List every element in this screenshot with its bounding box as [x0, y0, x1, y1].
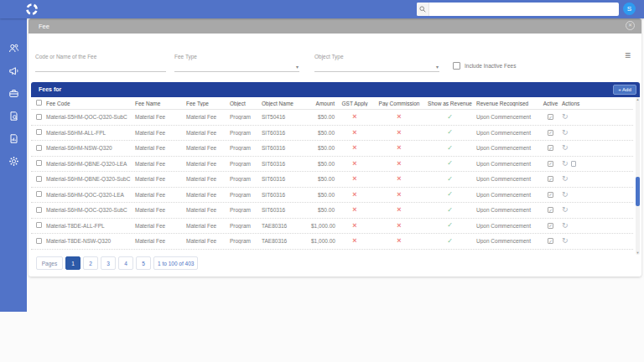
sidebar-item-marketing[interactable]	[0, 59, 27, 82]
courses-icon	[8, 88, 19, 99]
row-select-checkbox[interactable]	[36, 176, 42, 182]
history-icon[interactable]: ↻	[562, 206, 569, 214]
cell-amount: $50.00	[309, 145, 336, 151]
table-row[interactable]: Material-S6HM-QBNE-Q320-SubCMaterial Fee…	[31, 172, 633, 188]
cross-icon: ×	[397, 113, 401, 121]
include-inactive-checkbox[interactable]	[453, 62, 460, 70]
object-type-input[interactable]	[314, 66, 439, 76]
app-screen: S	[0, 0, 644, 362]
cell-fee-code: Material-S6HM-QOC-Q320-LEA	[44, 192, 133, 198]
history-icon[interactable]: ↻	[562, 129, 569, 137]
check-icon: ✓	[447, 160, 453, 167]
row-select-checkbox[interactable]	[36, 145, 42, 151]
column-header-object-name: Object Name	[260, 101, 309, 106]
cell-fee-type: Material Fee	[184, 161, 228, 167]
cross-icon: ×	[397, 206, 401, 214]
history-icon[interactable]: ↻	[562, 144, 569, 152]
table-row[interactable]: Material-T8DE-ALL-FPLMaterial FeeMateria…	[31, 219, 633, 235]
object-type-filter-label: Object Type	[314, 54, 344, 59]
cell-fee-name: Material Fee	[133, 161, 184, 167]
active-checkbox[interactable]: ✓	[548, 207, 553, 213]
cross-icon: ×	[352, 144, 356, 152]
cross-icon: ×	[397, 160, 401, 168]
cell-amount: $50.00	[309, 207, 336, 213]
column-header-gst-apply: GST Apply	[336, 101, 373, 106]
cross-icon: ×	[352, 175, 356, 183]
check-icon: ✓	[447, 238, 453, 245]
sidebar-item-people[interactable]	[0, 37, 27, 59]
scroll-up-icon[interactable]: ▲	[636, 97, 640, 101]
user-avatar[interactable]: S	[623, 3, 636, 15]
active-checkbox[interactable]: ✓	[548, 238, 553, 244]
row-select-checkbox[interactable]	[36, 129, 42, 135]
active-checkbox[interactable]: ✓	[548, 223, 553, 229]
row-select-checkbox[interactable]	[36, 238, 42, 244]
cell-fee-code: Material-S6HM-ALL-FPL	[44, 130, 133, 136]
archive-icon[interactable]	[571, 161, 576, 167]
page-button-4[interactable]: 4	[118, 256, 133, 270]
cell-revenue-recognised: Upon Commencement	[475, 238, 541, 244]
page-button-2[interactable]: 2	[83, 256, 98, 270]
table-row[interactable]: Material-S6HM-NSW-Q320Material FeeMateri…	[31, 141, 633, 157]
search-input[interactable]	[429, 3, 619, 16]
active-checkbox[interactable]: ✓	[548, 114, 553, 120]
table-row[interactable]: Material-S6HM-QOC-Q320-SubCMaterial FeeM…	[31, 203, 633, 219]
pagination-pages: 12345	[65, 256, 151, 270]
history-icon[interactable]: ↻	[562, 113, 569, 121]
history-icon[interactable]: ↻	[562, 175, 569, 183]
active-checkbox[interactable]: ✓	[548, 161, 553, 167]
table-scrollbar[interactable]: ▲ ▼	[636, 97, 640, 255]
sidebar-item-settings[interactable]	[0, 150, 27, 173]
row-select-checkbox[interactable]	[36, 222, 42, 228]
object-type-select[interactable]: ▾	[314, 61, 439, 72]
sidebar-item-reports[interactable]	[0, 105, 27, 127]
active-checkbox[interactable]: ✓	[548, 176, 553, 182]
code-filter-label: Code or Name of the Fee	[35, 54, 96, 59]
page-button-3[interactable]: 3	[101, 256, 116, 270]
row-select-checkbox[interactable]	[36, 191, 42, 197]
row-select-checkbox[interactable]	[36, 207, 42, 213]
check-icon: ✓	[447, 222, 453, 229]
table-row[interactable]: Material-S6HM-QOC-Q320-LEAMaterial FeeMa…	[31, 188, 633, 204]
cell-object-name: SIT60316	[260, 145, 309, 151]
row-select-checkbox[interactable]	[36, 114, 42, 120]
scroll-down-icon[interactable]: ▼	[636, 251, 640, 255]
active-checkbox[interactable]: ✓	[548, 145, 553, 151]
column-header-fee-code: Fee Code	[44, 101, 133, 106]
fee-type-select[interactable]: ▾	[174, 61, 299, 72]
cell-object: Program	[228, 161, 260, 167]
window-titlebar: Fee ✕	[29, 18, 641, 34]
sidebar-item-finance[interactable]	[0, 127, 27, 150]
chevron-down-icon: ▾	[296, 64, 299, 70]
app-logo-icon[interactable]	[24, 2, 39, 17]
scrollbar-thumb[interactable]	[636, 177, 640, 206]
cross-icon: ×	[352, 160, 356, 168]
add-button[interactable]: + Add	[613, 85, 636, 95]
fee-type-input[interactable]	[174, 66, 299, 76]
history-icon[interactable]: ↻	[562, 222, 569, 230]
history-icon[interactable]: ↻	[562, 191, 569, 199]
row-select-checkbox[interactable]	[36, 160, 42, 166]
active-checkbox[interactable]: ✓	[548, 192, 553, 198]
cell-revenue-recognised: Upon Commencement	[475, 223, 541, 229]
cross-icon: ×	[352, 113, 356, 121]
table-row[interactable]: Material-T8DE-NSW-Q320Material FeeMateri…	[31, 234, 633, 250]
code-filter-input[interactable]	[35, 66, 166, 76]
table-row[interactable]: Material-S5HM-QOC-Q320-SubCMaterial FeeM…	[31, 110, 633, 126]
close-icon[interactable]: ✕	[626, 21, 635, 30]
history-icon[interactable]: ↻	[562, 237, 569, 245]
cell-fee-code: Material-T8DE-ALL-FPL	[44, 223, 133, 229]
menu-icon[interactable]: ≡	[625, 50, 631, 60]
history-icon[interactable]: ↻	[562, 160, 569, 168]
select-all-checkbox[interactable]	[36, 100, 42, 106]
active-checkbox[interactable]: ✓	[548, 130, 553, 136]
table-body: Material-S5HM-QOC-Q320-SubCMaterial FeeM…	[31, 110, 633, 250]
table-row[interactable]: Material-S6HM-QBNE-Q320-LEAMaterial FeeM…	[31, 157, 633, 173]
table-row[interactable]: Material-S6HM-ALL-FPLMaterial FeeMateria…	[31, 126, 633, 142]
fee-window: Fee ✕ Code or Name of the Fee Fee Type ▾…	[29, 18, 641, 277]
page-button-5[interactable]: 5	[136, 256, 151, 270]
cell-fee-type: Material Fee	[184, 223, 228, 229]
page-button-1[interactable]: 1	[65, 256, 80, 270]
search-icon[interactable]	[417, 3, 429, 16]
sidebar-item-courses[interactable]	[0, 82, 27, 105]
